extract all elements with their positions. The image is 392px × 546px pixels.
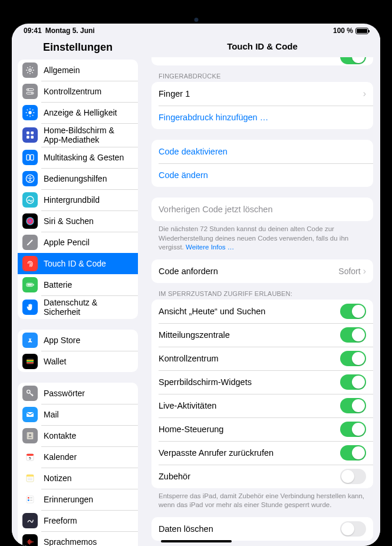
sidebar-item-mail[interactable]: Mail bbox=[18, 404, 138, 425]
lock-row-label: Home-Steuerung bbox=[159, 425, 223, 434]
sidebar-item-label: Kontakte bbox=[44, 431, 76, 440]
svg-rect-30 bbox=[27, 361, 34, 363]
key-icon bbox=[22, 386, 38, 401]
battery-icon bbox=[355, 28, 368, 34]
svg-point-23 bbox=[26, 218, 34, 225]
voice-icon bbox=[22, 534, 38, 546]
lock-row-label: Live-Aktivitäten bbox=[159, 401, 216, 410]
svg-point-21 bbox=[29, 176, 31, 177]
delete-previous-code-row[interactable]: Vorherigen Code jetzt löschen bbox=[151, 198, 373, 221]
sidebar-item-label: Bedienungshilfen bbox=[44, 174, 107, 183]
sidebar-item-kontrollzentrum[interactable]: Kontrollzentrum bbox=[18, 81, 138, 102]
sidebar-item-allgemein[interactable]: Allgemein bbox=[18, 60, 138, 81]
sidebar-item-wallet[interactable]: Wallet bbox=[18, 351, 138, 372]
svg-point-4 bbox=[31, 93, 32, 94]
svg-line-13 bbox=[27, 115, 28, 116]
lock-row-mitteilungszentrale[interactable]: Mitteilungszentrale bbox=[151, 323, 373, 347]
lock-row-label: Sperrbildschirm-Widgets bbox=[159, 377, 252, 387]
sidebar-item-apple-pencil[interactable]: Apple Pencil bbox=[18, 232, 138, 253]
sidebar-item-datenschutz-sicherheit[interactable]: Datenschutz & Sicherheit bbox=[18, 295, 138, 319]
sidebar-item-label: Kalender bbox=[44, 452, 77, 462]
lock-row-label: Mitteilungszentrale bbox=[159, 330, 230, 340]
status-time: 09:41 bbox=[24, 27, 42, 35]
sidebar-item-multitasking-gesten[interactable]: Multitasking & Gesten bbox=[18, 147, 138, 168]
mail-icon bbox=[22, 407, 38, 422]
pencil-icon bbox=[22, 235, 38, 250]
calendar-icon: 5 bbox=[22, 449, 38, 465]
fingerprint-icon bbox=[22, 256, 38, 271]
require-code-row[interactable]: Code anfordern Sofort › bbox=[151, 259, 373, 283]
appstore-icon bbox=[22, 333, 38, 348]
sidebar-item-label: Kontrollzentrum bbox=[44, 87, 101, 96]
sidebar-item-freeform[interactable]: Freeform bbox=[18, 510, 138, 531]
change-code-row[interactable]: Code ändern bbox=[151, 163, 373, 187]
sidebar-item-label: Allgemein bbox=[44, 65, 80, 75]
battery-icon bbox=[22, 277, 38, 292]
section-header-lockscreen: IM SPERRZUSTAND ZUGRIFF ERLAUBEN: bbox=[151, 283, 373, 300]
toggle-live-aktivit-ten[interactable] bbox=[340, 398, 366, 413]
sidebar-item-touch-id-code[interactable]: Touch ID & Code bbox=[18, 253, 138, 274]
sidebar-item-label: App Store bbox=[44, 336, 80, 345]
svg-rect-43 bbox=[27, 496, 34, 503]
sidebar-item-label: Anzeige & Helligkeit bbox=[44, 108, 117, 117]
require-code-label: Code anfordern bbox=[159, 267, 218, 276]
detail-pane: Touch ID & Code FINGERABDRÜCKE Finger 1 … bbox=[144, 38, 380, 546]
sidebar-item-sprachmemos[interactable]: Sprachmemos bbox=[18, 531, 138, 546]
sidebar-item-anzeige-helligkeit[interactable]: Anzeige & Helligkeit bbox=[18, 102, 138, 123]
svg-point-22 bbox=[27, 196, 34, 203]
sidebar-item-label: Touch ID & Code bbox=[44, 259, 106, 268]
sidebar-item-kontakte[interactable]: Kontakte bbox=[18, 425, 138, 446]
finger-1-row[interactable]: Finger 1 › bbox=[151, 82, 373, 106]
toggle-home-steuerung[interactable] bbox=[340, 422, 366, 437]
lock-row-live-aktivit-ten[interactable]: Live-Aktivitäten bbox=[151, 394, 373, 417]
change-code-label: Code ändern bbox=[159, 170, 208, 180]
erase-data-toggle[interactable] bbox=[340, 521, 366, 537]
settings-sidebar: Einstellungen AllgemeinKontrollzentrumAn… bbox=[12, 38, 144, 546]
toggle-zubeh-r[interactable] bbox=[340, 469, 366, 484]
toggle-sperrbildschirm-widgets[interactable] bbox=[340, 374, 366, 390]
lock-row-label: Verpasste Anrufer zurückrufen bbox=[159, 448, 274, 458]
sidebar-item-label: Batterie bbox=[44, 280, 72, 290]
chevron-right-icon: › bbox=[363, 88, 366, 99]
multitask-icon bbox=[22, 150, 38, 165]
chevron-right-icon: › bbox=[363, 266, 366, 277]
gear-icon bbox=[22, 63, 38, 78]
sidebar-item-notizen[interactable]: Notizen bbox=[18, 468, 138, 489]
sidebar-item-label: Multitasking & Gesten bbox=[44, 153, 124, 162]
add-fingerprint-row[interactable]: Fingerabdruck hinzufügen … bbox=[151, 106, 373, 129]
svg-rect-17 bbox=[31, 136, 34, 139]
sidebar-item-siri-suchen[interactable]: Siri & Suchen bbox=[18, 210, 138, 232]
freeform-icon bbox=[22, 513, 38, 528]
sidebar-item-kalender[interactable]: 5Kalender bbox=[18, 446, 138, 468]
front-camera bbox=[194, 18, 198, 22]
sidebar-item-hintergrundbild[interactable]: Hintergrundbild bbox=[18, 189, 138, 210]
lock-row-label: Kontrollzentrum bbox=[159, 354, 219, 363]
contacts-icon bbox=[22, 428, 38, 443]
lock-row-verpasste-anrufer-zur-ckrufen[interactable]: Verpasste Anrufer zurückrufen bbox=[151, 441, 373, 465]
sidebar-item-home-bildschirm-app-mediathek[interactable]: Home-Bildschirm & App-Mediathek bbox=[18, 123, 138, 147]
svg-point-5 bbox=[28, 111, 31, 114]
sidebar-item-app-store[interactable]: App Store bbox=[18, 330, 138, 351]
lock-row-kontrollzentrum[interactable]: Kontrollzentrum bbox=[151, 347, 373, 370]
lock-row-zubeh-r[interactable]: Zubehör bbox=[151, 465, 373, 488]
lock-row-home-steuerung[interactable]: Home-Steuerung bbox=[151, 417, 373, 441]
add-fingerprint-label: Fingerabdruck hinzufügen … bbox=[159, 113, 268, 122]
toggle-mitteilungszentrale[interactable] bbox=[340, 327, 366, 343]
wallpaper-icon bbox=[22, 192, 38, 208]
lock-row-sperrbildschirm-widgets[interactable]: Sperrbildschirm-Widgets bbox=[151, 370, 373, 394]
sidebar-item-bedienungshilfen[interactable]: Bedienungshilfen bbox=[18, 168, 138, 189]
delete-previous-code-footer: Die nächsten 72 Stunden kannst du deinen… bbox=[151, 221, 373, 254]
sidebar-item-batterie[interactable]: Batterie bbox=[18, 274, 138, 295]
sidebar-item-passw-rter[interactable]: Passwörter bbox=[18, 383, 138, 404]
more-info-link[interactable]: Weitere Infos … bbox=[186, 244, 234, 251]
sidebar-item-erinnerungen[interactable]: Erinnerungen bbox=[18, 489, 138, 510]
toggle-kontrollzentrum[interactable] bbox=[340, 351, 366, 366]
home-indicator[interactable] bbox=[161, 540, 232, 542]
svg-rect-15 bbox=[31, 131, 34, 134]
erase-data-row[interactable]: Daten löschen bbox=[151, 517, 373, 541]
toggle-partial[interactable] bbox=[340, 57, 366, 64]
deactivate-code-row[interactable]: Code deaktivieren bbox=[151, 140, 373, 163]
toggle-ansicht-heute-und-suchen[interactable] bbox=[340, 304, 366, 319]
toggle-verpasste-anrufer-zur-ckrufen[interactable] bbox=[340, 445, 366, 461]
lock-row-ansicht-heute-und-suchen[interactable]: Ansicht „Heute“ und Suchen bbox=[151, 300, 373, 323]
